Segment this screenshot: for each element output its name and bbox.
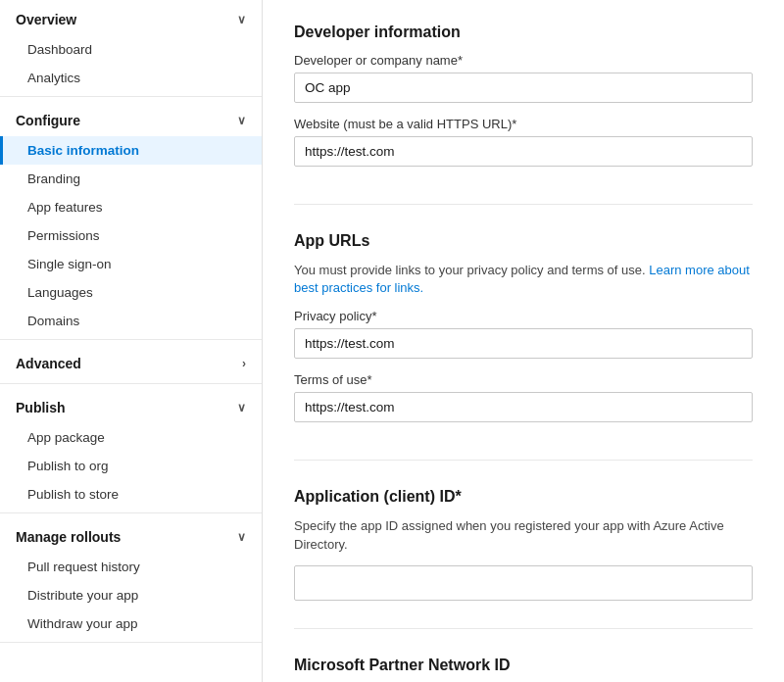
divider-after-manage-rollouts [0, 642, 262, 643]
sidebar-item-publish-to-store[interactable]: Publish to store [0, 480, 262, 509]
block-microsoft-partner-network: Microsoft Partner Network IDIf you're pa… [294, 657, 753, 682]
sidebar-item-pull-request-history[interactable]: Pull request history [0, 553, 262, 581]
divider-after-overview [0, 96, 262, 97]
sidebar-item-dashboard[interactable]: Dashboard [0, 35, 262, 64]
section-title-developer-information: Developer information [294, 24, 753, 41]
block-developer-information: Developer informationDeveloper or compan… [294, 24, 753, 205]
sidebar-section-advanced[interactable]: Advanced› [0, 344, 262, 379]
sidebar-item-languages[interactable]: Languages [0, 278, 262, 307]
input-website[interactable] [294, 136, 753, 167]
sidebar-item-domains[interactable]: Domains [0, 307, 262, 335]
sidebar-section-label-manage-rollouts: Manage rollouts [16, 529, 121, 545]
description-link-app-urls[interactable]: Learn more about best practices for link… [294, 263, 750, 295]
label-terms-of-use: Terms of use* [294, 372, 753, 387]
input-privacy-policy[interactable] [294, 328, 753, 359]
description-application-client-id: Specify the app ID assigned when you reg… [294, 517, 753, 553]
sidebar-section-configure[interactable]: Configure∨ [0, 101, 262, 136]
chevron-configure-icon: ∨ [237, 114, 246, 127]
sidebar-item-withdraw-your-app[interactable]: Withdraw your app [0, 609, 262, 638]
description-app-urls: You must provide links to your privacy p… [294, 262, 753, 297]
sidebar-section-label-publish: Publish [16, 400, 66, 415]
sidebar-item-basic-information[interactable]: Basic information [0, 136, 262, 165]
input-terms-of-use[interactable] [294, 392, 753, 422]
section-title-microsoft-partner-network: Microsoft Partner Network ID [294, 657, 753, 674]
section-title-app-urls: App URLs [294, 232, 753, 250]
label-website: Website (must be a valid HTTPS URL)* [294, 117, 753, 131]
label-developer-name: Developer or company name* [294, 53, 753, 68]
divider-after-publish [0, 512, 262, 513]
sidebar-item-branding[interactable]: Branding [0, 165, 262, 193]
chevron-overview-icon: ∨ [237, 13, 246, 26]
sidebar-item-analytics[interactable]: Analytics [0, 64, 262, 92]
main-content: Developer informationDeveloper or compan… [263, 0, 784, 682]
label-privacy-policy: Privacy policy* [294, 309, 753, 323]
chevron-manage-rollouts-icon: ∨ [237, 530, 246, 544]
sidebar-item-app-package[interactable]: App package [0, 423, 262, 452]
sidebar-section-manage-rollouts[interactable]: Manage rollouts∨ [0, 517, 262, 553]
sidebar-section-label-configure: Configure [16, 113, 80, 128]
chevron-advanced-icon: › [242, 357, 246, 370]
sidebar-section-overview[interactable]: Overview∨ [0, 0, 262, 35]
sidebar-item-app-features[interactable]: App features [0, 193, 262, 221]
input-developer-name[interactable] [294, 73, 753, 103]
divider-after-configure [0, 339, 262, 340]
sidebar-section-publish[interactable]: Publish∨ [0, 388, 262, 423]
sidebar-item-publish-to-org[interactable]: Publish to org [0, 452, 262, 480]
sidebar-section-label-advanced: Advanced [16, 356, 81, 371]
sidebar-item-single-sign-on[interactable]: Single sign-on [0, 250, 262, 278]
block-application-client-id: Application (client) ID*Specify the app … [294, 488, 753, 628]
sidebar-section-label-overview: Overview [16, 12, 76, 27]
divider-after-advanced [0, 383, 262, 384]
sidebar: Overview∨DashboardAnalyticsConfigure∨Bas… [0, 0, 263, 682]
section-title-application-client-id: Application (client) ID* [294, 488, 753, 506]
sidebar-item-permissions[interactable]: Permissions [0, 221, 262, 250]
input-app-id[interactable] [294, 565, 753, 601]
sidebar-item-distribute-your-app[interactable]: Distribute your app [0, 581, 262, 609]
chevron-publish-icon: ∨ [237, 401, 246, 414]
block-app-urls: App URLsYou must provide links to your p… [294, 232, 753, 461]
